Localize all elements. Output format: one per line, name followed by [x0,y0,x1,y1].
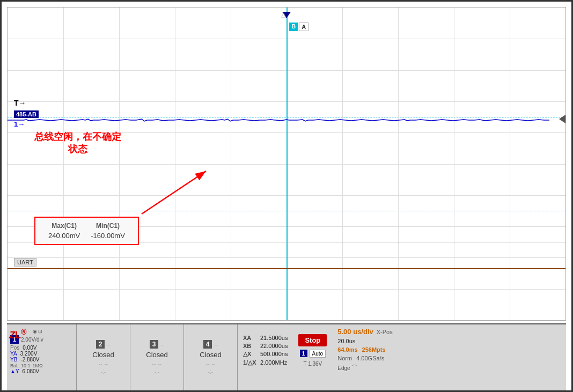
ch2-panel: 2 -- Closed ---- -:- [77,324,130,390]
time-div-row: 5.00 us/div X-Pos [337,328,392,336]
max-value: 240.00mV [43,231,85,241]
uart-divider [8,268,565,269]
edge-row: Edge ⌒ [337,364,392,373]
ch1-yb-row: YB -2.880V [10,357,73,363]
ch4-panel: 4 -- Closed ---- -:- [184,324,238,390]
trigger-level-row: 1 Auto [300,350,326,358]
ch3-panel: 3 -- Closed ---- -:- [130,324,184,390]
annotation-text: 总线空闲，在不确定 状态 [34,131,121,156]
max-header: Max(C1) [43,221,85,231]
a-cursor-label: A [299,23,308,31]
cursor-top-marker: △ [281,11,286,18]
channel-485-label: 485-AB [14,110,39,118]
min-header: Min(C1) [85,221,130,231]
freq-row: 1/△X 2.000MHz [243,359,288,366]
oscilloscope-frame: △ B A T→ 485-AB 1→ UART 总线空闲，在不确定 状态 [0,0,573,392]
scope-screen: △ B A T→ 485-AB 1→ UART 总线空闲，在不确定 状态 [7,7,566,321]
dx-row: △X 500.000ns [243,351,288,358]
ch3-badge: 3 [150,340,158,349]
norm-row: Norm 4.00GSa/s [337,355,392,361]
ch1-ay-row: ▲Y 6.080V [10,368,73,374]
ch1-meta-row: BuL 10:1 1MΩ [10,363,73,368]
xpos-val-row: 20.0us [337,338,392,344]
status-bar: ZL® ◉ ⊡ 1 2.00V/div Pos 0.00V YA 3.200V … [7,323,566,390]
min-value: -160.00mV [85,231,130,241]
measurement-box: Max(C1) Min(C1) 240.00mV -160.00mV [34,217,139,245]
ch1-panel: ZL® ◉ ⊡ 1 2.00V/div Pos 0.00V YA 3.200V … [7,324,77,390]
xa-row: XA 21.5000us [243,335,288,341]
ch4-badge: 4 [203,340,212,349]
stop-button[interactable]: Stop [298,334,327,346]
right-measurement-panel: XA 21.5000us XB 22.0000us △X 500.000ns 1… [238,324,566,390]
ch2-badge: 2 [96,340,105,349]
ch2-closed-label: Closed [92,351,114,359]
zlg-logo: ZL® [9,328,26,341]
ch3-closed-label: Closed [146,351,167,359]
ch1-ya-row: YA 3.200V [10,351,73,357]
mem-row: 64.0ms 256Mpts [337,346,392,353]
ch1-marker: 1→ [14,120,25,128]
xb-row: XB 22.0000us [243,343,288,349]
t-val-row: T 1.36V [303,361,322,367]
uart-label: UART [14,258,36,267]
ba-marker: B A [289,23,308,31]
trigger-marker-right [559,115,565,123]
ch1-pos-row: Pos 0.00V [10,345,73,351]
grid [8,8,565,320]
ch4-closed-label: Closed [200,351,221,359]
b-cursor-label: B [289,23,298,31]
t-arrow-label: T→ [14,99,26,107]
